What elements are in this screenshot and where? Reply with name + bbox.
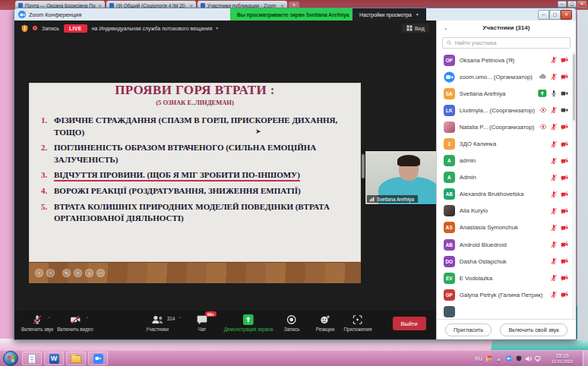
mic-muted-icon[interactable] xyxy=(550,254,558,268)
video-off-icon[interactable] xyxy=(561,254,568,268)
chevron-up-icon[interactable]: ⌃ xyxy=(85,316,89,321)
start-button[interactable] xyxy=(3,351,18,366)
taskbar-item-notepad[interactable] xyxy=(22,352,42,365)
speaker-video-tile[interactable]: Svetlana Arefniya xyxy=(365,150,436,205)
video-off-icon[interactable] xyxy=(561,238,568,251)
video-off-icon[interactable] xyxy=(561,120,568,134)
participant-row[interactable]: SASvetlana Arefniya xyxy=(437,85,576,102)
video-off-icon[interactable] xyxy=(561,288,568,301)
toolbar-button-apps[interactable]: Приложения xyxy=(344,314,372,332)
mic-muted-icon[interactable] xyxy=(550,271,558,285)
maximize-button[interactable]: ▢ xyxy=(549,10,561,20)
participant-row[interactable]: ABAlexandra Brukhovetska xyxy=(437,186,576,203)
network-icon[interactable] xyxy=(535,355,542,362)
video-off-icon[interactable] xyxy=(561,154,568,168)
taskbar-item-word[interactable]: W xyxy=(44,352,64,365)
video-off-icon[interactable] xyxy=(561,53,568,67)
mic-muted-icon[interactable] xyxy=(550,204,558,218)
view-label: Вид xyxy=(415,26,425,31)
participant-row[interactable]: Alla Kurylo xyxy=(437,203,576,219)
browser-minimize-button[interactable]: ─ xyxy=(558,1,567,8)
participants-scrollbar[interactable] xyxy=(572,52,576,319)
participant-row[interactable]: ABAndroid Bluedroid xyxy=(437,236,576,253)
search-input[interactable]: Найти участника xyxy=(442,37,571,49)
document-icon xyxy=(28,354,36,364)
taskbar-item-zoom[interactable] xyxy=(88,352,108,365)
show-desktop-button[interactable] xyxy=(583,351,588,366)
flag-tray-icon[interactable] xyxy=(485,355,492,362)
participant-row[interactable] xyxy=(437,303,576,319)
toolbar-button-chat[interactable]: 99+Чат xyxy=(197,314,207,332)
live-stream-dropdown[interactable]: на Индивидуальная служба потокового веща… xyxy=(92,26,220,31)
close-button[interactable]: ✕ xyxy=(561,10,572,20)
leave-button[interactable]: Выйти xyxy=(393,317,426,330)
participant-row[interactable]: ASAnastasia Symonchuk xyxy=(437,219,576,236)
participant-row[interactable]: zoom.umo... (Организатор) xyxy=(437,68,576,85)
participant-row[interactable]: LKLiudmyla... (Соорганизатор) xyxy=(437,102,576,118)
video-on-icon[interactable] xyxy=(561,87,568,100)
unmute-self-button[interactable]: Включить свой звук xyxy=(500,323,567,336)
mic-muted-icon[interactable] xyxy=(550,171,558,185)
browser-close-button[interactable]: ✕ xyxy=(577,1,586,8)
video-off-icon[interactable] xyxy=(561,221,568,235)
video-off-icon[interactable] xyxy=(561,271,568,285)
slide-control-3[interactable]: ⌗ xyxy=(74,269,82,277)
taskbar-item-explorer[interactable] xyxy=(66,352,86,365)
slide-control-0[interactable]: ‹ xyxy=(35,269,43,277)
language-indicator[interactable]: RU xyxy=(475,356,482,361)
video-off-icon[interactable] xyxy=(561,171,568,185)
collapse-chevron-icon[interactable]: ⌄ xyxy=(444,25,448,31)
mic-muted-icon[interactable] xyxy=(550,221,558,235)
antivirus-tray-icon[interactable] xyxy=(515,355,522,362)
participant-row[interactable]: Aadmin xyxy=(437,153,576,169)
toolbar-button-share-screen[interactable]: Демонстрация экрана xyxy=(224,314,273,332)
chat-icon: 99+ xyxy=(197,314,207,325)
chevron-up-icon[interactable]: ⌃ xyxy=(178,316,182,321)
slide-control-2[interactable]: ✎ xyxy=(62,269,71,277)
taskbar-clock[interactable]: 15:19 12.01.2022 xyxy=(546,353,578,364)
participants-list[interactable]: OPOksana Petinova (Я)zoom.umo... (Органи… xyxy=(437,52,576,319)
mic-muted-icon[interactable] xyxy=(550,188,558,201)
video-off-icon[interactable] xyxy=(561,70,568,84)
zoom-tray-icon[interactable] xyxy=(505,355,512,362)
mic-muted-icon[interactable] xyxy=(550,154,558,168)
view-button[interactable]: Вид xyxy=(402,24,429,33)
view-options-button[interactable]: Настройки просмотра ▼ xyxy=(352,8,426,21)
invite-button[interactable]: Пригласить xyxy=(445,323,492,336)
video-off-icon[interactable] xyxy=(561,137,568,151)
show-hidden-icons[interactable]: ▴ xyxy=(495,355,502,362)
scrollbar-thumb[interactable] xyxy=(573,54,575,121)
browser-maximize-button[interactable]: ▢ xyxy=(567,1,577,8)
video-off-icon[interactable] xyxy=(561,204,568,218)
slide-control-1[interactable]: › xyxy=(46,269,55,277)
toolbar-button-reactions[interactable]: Реакции xyxy=(316,314,334,332)
video-on-icon[interactable] xyxy=(561,103,568,117)
participant-row[interactable]: GPGalyna Petryk (Галина Петрик) xyxy=(437,286,576,303)
video-off-icon[interactable] xyxy=(561,188,568,201)
volume-icon[interactable] xyxy=(525,355,532,362)
chevron-up-icon[interactable]: ⌃ xyxy=(47,316,51,321)
toolbar-button-label: Реакции xyxy=(316,327,334,332)
mic-muted-icon[interactable] xyxy=(550,288,558,301)
mic-on-icon[interactable] xyxy=(550,87,558,100)
participant-row[interactable]: DODasha Ostapchuk xyxy=(437,253,576,270)
toolbar-button-record[interactable]: Запись xyxy=(284,314,300,332)
slide-control-5[interactable]: ⋯ xyxy=(96,269,105,277)
mic-muted-icon[interactable] xyxy=(550,137,558,151)
participant-row[interactable]: OPOksana Petinova (Я) xyxy=(437,52,576,68)
minimize-button[interactable]: ─ xyxy=(538,10,549,20)
mic-muted-icon[interactable] xyxy=(550,70,558,84)
slide-control-4[interactable]: ⌕ xyxy=(85,269,93,277)
participant-row[interactable]: Natalia P... (Соорганизатор) xyxy=(437,118,576,135)
toolbar-button-mic-muted[interactable]: ⌃Включить звук xyxy=(21,314,53,332)
toolbar-button-people[interactable]: 314⌃Участники xyxy=(146,314,169,332)
mic-muted-icon[interactable] xyxy=(550,120,558,134)
participant-row[interactable]: EVE Vodolazka xyxy=(437,270,576,286)
mic-muted-icon[interactable] xyxy=(550,53,558,67)
mic-muted-icon[interactable] xyxy=(550,103,558,117)
participant-row[interactable]: ЗЗДО Калинка xyxy=(437,135,576,152)
participant-row[interactable]: AAdmin xyxy=(437,169,576,186)
mic-muted-icon[interactable] xyxy=(550,238,558,251)
security-shield-icon[interactable] xyxy=(21,24,28,33)
toolbar-button-cam-muted[interactable]: ⌃Включить видео xyxy=(57,314,93,332)
